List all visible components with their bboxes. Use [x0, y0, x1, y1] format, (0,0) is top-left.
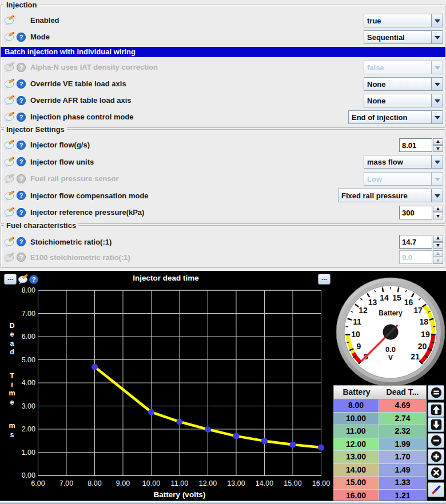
combo-value: End of injection	[349, 111, 431, 123]
chevron-down-icon[interactable]	[431, 31, 443, 43]
table-cell[interactable]: 1.49	[379, 464, 427, 477]
combo-enabled[interactable]: true	[364, 14, 443, 27]
data-point-marker[interactable]	[261, 438, 268, 444]
spinner-down-button	[433, 258, 443, 265]
edit-note-icon	[18, 274, 29, 284]
edit-button[interactable]	[428, 482, 444, 497]
field-label: Injection phase control mode	[30, 113, 134, 121]
help-icon[interactable]: ?	[17, 33, 26, 42]
help-icon[interactable]: ?	[17, 208, 26, 217]
combo-override-afr-table-load-axis[interactable]: None	[364, 94, 443, 107]
set-equal-button[interactable]	[428, 385, 444, 400]
chevron-down-icon[interactable]	[431, 155, 443, 168]
gauge-units: V	[388, 354, 393, 362]
table-cell[interactable]: 1.70	[379, 451, 427, 464]
x-tick-label: 6.00	[31, 479, 45, 487]
help-icon: ?	[17, 63, 26, 72]
form-row-stoichiometric-ratio-1: ?Stoichiometric ratio(:1)14.7	[4, 234, 443, 250]
decrement-button[interactable]	[428, 433, 444, 448]
spinner-down-button[interactable]	[433, 213, 443, 219]
chevron-down-icon[interactable]	[431, 14, 443, 27]
combo-injection-phase-control-mode[interactable]: End of injection	[348, 110, 443, 124]
field-label: Override AFR table load axis	[30, 96, 132, 105]
table-cell[interactable]: 12.00	[333, 438, 379, 451]
form-row-injection-phase-control-mode: ?Injection phase control modeEnd of inje…	[4, 109, 443, 125]
y-tick-label: 6.00	[22, 333, 35, 341]
help-icon[interactable]: ?	[17, 96, 26, 105]
y-axis-label-char: i	[11, 381, 13, 389]
combo-mode[interactable]: Sequential	[364, 30, 443, 44]
table-cell[interactable]: 11.00	[333, 425, 379, 438]
group-fuel-characteristics: Fuel characteristics?Stoichiometric rati…	[1, 225, 445, 268]
help-icon[interactable]: ?	[29, 275, 38, 284]
data-point-marker[interactable]	[177, 419, 183, 425]
gauge-scale-number: 9	[356, 342, 361, 351]
shift-up-button[interactable]	[428, 402, 444, 417]
form-row-override-ve-table-load-axis: ?Override VE table load axisNone	[4, 75, 443, 92]
svg-text:?: ?	[19, 64, 23, 71]
combo-injector-flow-units[interactable]: mass flow	[364, 155, 443, 169]
spinner-up-button[interactable]	[433, 206, 443, 213]
data-point-marker[interactable]	[290, 442, 296, 448]
table-row: 13.001.70	[333, 451, 427, 464]
table-toolbar	[428, 385, 445, 499]
spinner-down-button[interactable]	[433, 145, 443, 152]
chevron-down-icon[interactable]	[431, 111, 443, 123]
combo-value: Fixed rail pressure	[339, 189, 431, 202]
help-icon[interactable]: ?	[17, 237, 26, 246]
plus-circle-icon	[430, 450, 443, 463]
chevron-down-icon[interactable]	[431, 189, 443, 202]
form-row-override-afr-table-load-axis: ?Override AFR table load axisNone	[4, 92, 443, 109]
table-cell[interactable]: 2.32	[379, 425, 427, 438]
table-cell[interactable]: 10.00	[333, 413, 379, 426]
spinner-value[interactable]: 8.01	[399, 138, 432, 152]
data-point-marker[interactable]	[148, 409, 154, 415]
table-cell[interactable]: 14.00	[333, 464, 379, 477]
help-icon[interactable]: ?	[17, 157, 26, 166]
combo-injector-flow-compensation-mode[interactable]: Fixed rail pressure	[338, 189, 443, 202]
table-cell[interactable]: 2.74	[379, 413, 427, 426]
combo-value: Sequential	[364, 31, 431, 43]
deadtime-chart[interactable]: 6.007.008.009.0010.0011.0012.0013.0014.0…	[0, 271, 332, 504]
table-row: 10.002.74	[333, 413, 427, 426]
gauge-scale-number: 12	[359, 306, 368, 315]
spinner-up-button[interactable]	[433, 138, 443, 145]
x-tick-label: 8.00	[87, 479, 101, 487]
svg-text:?: ?	[19, 81, 23, 87]
table-cell[interactable]: 1.99	[379, 438, 427, 451]
help-icon[interactable]: ?	[17, 113, 26, 122]
help-icon[interactable]: ?	[17, 191, 26, 200]
chevron-down-icon[interactable]	[431, 94, 443, 107]
data-point-marker[interactable]	[318, 444, 324, 450]
edit-note-icon	[4, 207, 15, 217]
table-cell[interactable]: 1.33	[379, 477, 427, 490]
table-cell[interactable]: 8.00	[333, 399, 379, 413]
table-cell[interactable]: 13.00	[333, 451, 379, 464]
spinner-value[interactable]: 14.7	[399, 235, 432, 249]
data-point-marker[interactable]	[91, 364, 98, 370]
chevron-down-icon	[431, 173, 443, 185]
spinner-down-button[interactable]	[433, 242, 443, 249]
gauge-menu-button[interactable]: ...	[318, 274, 330, 285]
spinner-value: 9.0	[399, 250, 432, 264]
y-axis-label-char: a	[10, 339, 15, 347]
shift-down-button[interactable]	[428, 417, 444, 432]
increment-button[interactable]	[428, 449, 444, 464]
y-axis-label-char: m	[9, 422, 15, 430]
spinner-up-button[interactable]	[433, 235, 443, 242]
x-tick-label: 16.00	[312, 479, 330, 487]
clear-button[interactable]	[428, 465, 444, 480]
help-icon: ?	[17, 174, 26, 183]
combo-override-ve-table-load-axis[interactable]: None	[364, 77, 443, 91]
data-point-marker[interactable]	[205, 426, 211, 433]
data-point-marker[interactable]	[233, 433, 240, 439]
help-icon[interactable]: ?	[17, 141, 26, 150]
help-icon[interactable]: ?	[17, 79, 26, 89]
spinner-value[interactable]: 300	[399, 206, 432, 219]
chart-menu-button[interactable]: ...	[4, 274, 17, 285]
field-label: Injector flow(g/s)	[30, 141, 90, 149]
spinner-injector-flow-g-s: 8.01	[399, 138, 443, 152]
chevron-down-icon[interactable]	[431, 78, 443, 90]
table-cell[interactable]: 4.69	[379, 399, 427, 413]
table-cell[interactable]: 15.00	[333, 477, 379, 490]
